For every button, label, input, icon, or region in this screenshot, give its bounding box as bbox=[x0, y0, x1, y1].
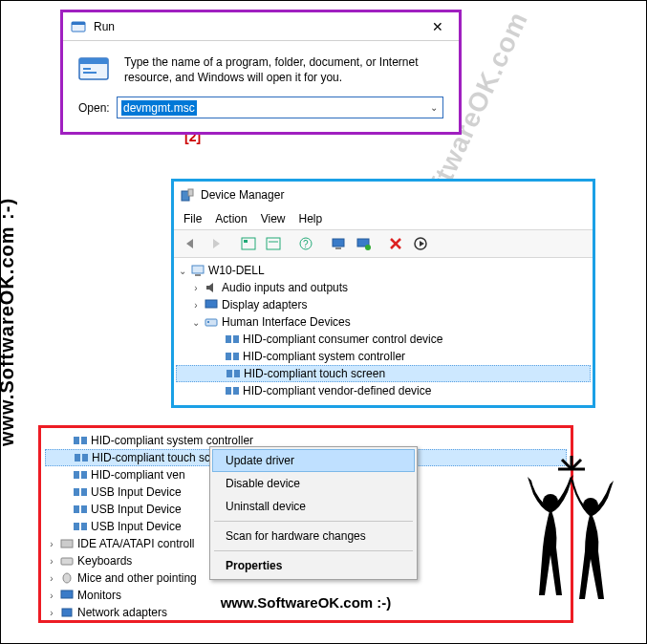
svg-rect-49 bbox=[81, 505, 87, 513]
run-dialog: Run ✕ Type the name of a program, folder… bbox=[60, 10, 462, 135]
device-blue-icon bbox=[72, 486, 89, 498]
svg-rect-29 bbox=[205, 300, 217, 308]
tree-hid[interactable]: ⌄ Human Interface Devices bbox=[176, 313, 591, 331]
device-blue-icon bbox=[73, 452, 90, 463]
run-small-icon bbox=[71, 19, 86, 34]
watermark-bottom: www.SoftwareOK.com :-) bbox=[221, 594, 392, 611]
keyboard-icon bbox=[58, 555, 75, 567]
network-icon bbox=[58, 607, 75, 618]
svg-rect-40 bbox=[74, 437, 79, 444]
toolbar-btn-2[interactable] bbox=[262, 233, 285, 254]
svg-rect-5 bbox=[79, 58, 108, 64]
svg-rect-35 bbox=[233, 353, 239, 360]
svg-rect-6 bbox=[83, 68, 91, 70]
tree-hid-system[interactable]: HID-compliant system controller bbox=[176, 348, 591, 365]
device-blue-icon bbox=[224, 385, 241, 397]
svg-marker-25 bbox=[420, 241, 424, 247]
help-icon[interactable]: ? bbox=[294, 233, 317, 254]
toolbar-btn-5[interactable] bbox=[352, 233, 375, 254]
tree-display[interactable]: › Display adapters bbox=[176, 296, 591, 313]
ctx-separator bbox=[214, 550, 413, 551]
svg-rect-12 bbox=[242, 238, 255, 249]
menu-action[interactable]: Action bbox=[215, 212, 247, 225]
device-blue-icon bbox=[72, 435, 89, 446]
tree-hid-vendor1[interactable]: HID-compliant vendor-defined device bbox=[176, 382, 591, 399]
device-blue-icon bbox=[224, 333, 241, 345]
ctx-update-driver[interactable]: Update driver bbox=[212, 449, 415, 472]
enable-icon[interactable] bbox=[409, 233, 432, 254]
forward-icon[interactable] bbox=[205, 233, 227, 254]
toolbar-btn-1[interactable] bbox=[237, 233, 260, 254]
svg-rect-33 bbox=[233, 335, 239, 343]
run-open-label: Open: bbox=[78, 101, 117, 115]
tree-hid-consumer[interactable]: HID-compliant consumer control device bbox=[176, 331, 591, 348]
close-button[interactable]: ✕ bbox=[417, 12, 459, 41]
svg-rect-46 bbox=[74, 488, 79, 496]
svg-rect-53 bbox=[61, 558, 73, 565]
svg-marker-11 bbox=[213, 239, 220, 248]
device-blue-icon bbox=[72, 521, 89, 532]
tree-hid-touch[interactable]: HID-compliant touch screen bbox=[176, 365, 591, 382]
ctx-disable-device[interactable]: Disable device bbox=[212, 472, 415, 495]
speaker-icon bbox=[203, 281, 220, 294]
svg-rect-30 bbox=[205, 319, 217, 326]
run-open-input[interactable]: devmgmt.msc bbox=[118, 99, 425, 117]
svg-rect-27 bbox=[195, 274, 201, 276]
svg-rect-44 bbox=[74, 471, 79, 479]
run-open-combobox[interactable]: devmgmt.msc ⌄ bbox=[117, 97, 443, 118]
svg-rect-34 bbox=[226, 353, 231, 360]
svg-rect-3 bbox=[72, 22, 85, 25]
svg-rect-19 bbox=[335, 247, 341, 249]
svg-rect-43 bbox=[82, 454, 88, 462]
ctx-properties[interactable]: Properties bbox=[212, 554, 415, 577]
pc-icon bbox=[189, 264, 206, 277]
mouse-icon bbox=[58, 572, 75, 584]
svg-rect-18 bbox=[333, 239, 344, 247]
display-icon bbox=[203, 298, 220, 311]
menu-help[interactable]: Help bbox=[299, 212, 323, 225]
chevron-down-icon[interactable]: ⌄ bbox=[425, 102, 442, 113]
watermark-left: www.SoftwareOK.com :-) bbox=[0, 198, 18, 446]
svg-rect-37 bbox=[234, 370, 240, 377]
run-big-icon bbox=[78, 54, 111, 83]
svg-rect-9 bbox=[188, 189, 193, 196]
svg-marker-10 bbox=[186, 239, 193, 248]
device-manager-window: Device Manager File Action View Help ? ⌄… bbox=[171, 179, 595, 408]
toolbar-btn-4[interactable] bbox=[327, 233, 350, 254]
context-menu: Update driver Disable device Uninstall d… bbox=[209, 446, 418, 580]
menu-view[interactable]: View bbox=[261, 212, 286, 225]
run-titlebar[interactable]: Run ✕ bbox=[63, 12, 459, 41]
tree-root[interactable]: ⌄ W10-DELL bbox=[176, 262, 591, 279]
svg-rect-55 bbox=[61, 590, 73, 598]
svg-rect-36 bbox=[226, 370, 232, 377]
svg-rect-52 bbox=[61, 540, 73, 547]
device-blue-icon bbox=[72, 469, 89, 481]
menu-file[interactable]: File bbox=[183, 212, 202, 225]
svg-rect-42 bbox=[75, 454, 80, 462]
context-panel: HID-compliant system controller HID-comp… bbox=[38, 425, 573, 623]
tree-audio[interactable]: › Audio inputs and outputs bbox=[176, 279, 591, 296]
svg-rect-38 bbox=[226, 387, 231, 395]
dm-title: Device Manager bbox=[201, 188, 593, 202]
dm-tree: ⌄ W10-DELL › Audio inputs and outputs › … bbox=[174, 258, 593, 405]
dm-titlebar[interactable]: Device Manager bbox=[174, 182, 593, 208]
ctx-uninstall-device[interactable]: Uninstall device bbox=[212, 495, 415, 518]
back-icon[interactable] bbox=[180, 233, 203, 254]
svg-rect-14 bbox=[267, 238, 280, 249]
device-blue-icon bbox=[224, 351, 241, 362]
ctx-scan-hardware[interactable]: Scan for hardware changes bbox=[212, 525, 415, 547]
run-description: Type the name of a program, folder, docu… bbox=[124, 54, 443, 85]
svg-rect-50 bbox=[74, 523, 79, 530]
dm-menubar: File Action View Help bbox=[174, 208, 593, 229]
svg-point-21 bbox=[365, 245, 371, 250]
svg-rect-26 bbox=[192, 266, 204, 273]
delete-icon[interactable] bbox=[384, 233, 407, 254]
svg-rect-41 bbox=[81, 437, 87, 444]
device-blue-icon bbox=[225, 368, 242, 379]
run-title: Run bbox=[94, 20, 417, 33]
svg-rect-31 bbox=[207, 321, 209, 323]
svg-text:?: ? bbox=[303, 239, 309, 249]
monitor-icon bbox=[58, 590, 75, 601]
device-blue-icon bbox=[72, 504, 89, 515]
device-manager-icon bbox=[180, 187, 195, 203]
